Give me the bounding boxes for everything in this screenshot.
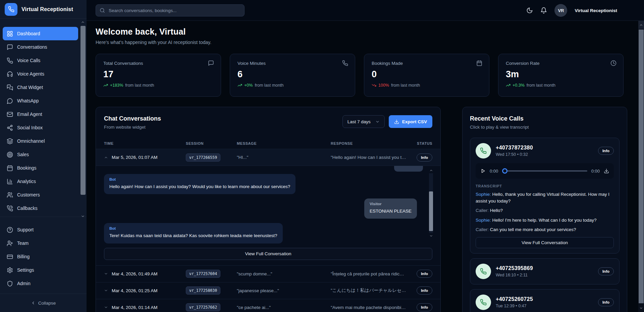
sidebar-item-social-inbox[interactable]: Social Inbox — [3, 121, 78, 134]
stat-value: 17 — [103, 69, 213, 80]
clock-icon — [610, 60, 616, 66]
info-button[interactable]: Info — [598, 267, 614, 275]
info-button[interactable]: Info — [417, 270, 432, 278]
call-meta: Tue 12:39 • 0:47 — [496, 304, 593, 308]
sidebar-item-label: Voice Agents — [17, 71, 44, 77]
info-button[interactable]: Info — [417, 303, 432, 311]
call-meta: Wed 17:50 • 0:32 — [496, 152, 593, 157]
headphones-icon — [7, 71, 13, 77]
slider-track — [502, 170, 587, 172]
speaker-label: Sophie: — [476, 218, 491, 223]
chevron-down-icon[interactable] — [429, 234, 433, 238]
table-row[interactable]: Mar 4, 2026, 01:14 AM vr_177257662 "ce p… — [96, 299, 440, 312]
export-csv-button[interactable]: Export CSV — [389, 115, 432, 128]
chevron-down-icon[interactable] — [104, 305, 108, 309]
info-button[interactable]: Info — [417, 153, 432, 162]
stat-trend: 100% from last month — [372, 83, 482, 88]
date-range-select[interactable]: Last 7 days — [342, 115, 385, 128]
bot-message-bubble: Bot Hello again! How can I assist you to… — [104, 174, 296, 194]
view-full-conversation-button[interactable]: View Full Conversation — [104, 248, 432, 260]
avatar[interactable]: VR — [554, 4, 567, 17]
sidebar-item-label: Team — [17, 240, 29, 246]
sidebar-collapse-button[interactable]: Collapse — [0, 294, 87, 312]
stat-trend: +183% from last month — [103, 83, 213, 88]
search-input[interactable] — [96, 4, 245, 16]
page-scrollbar-thumb[interactable] — [639, 30, 644, 303]
stat-label: Bookings Made — [372, 61, 482, 66]
message-square-icon — [7, 44, 13, 50]
stat-label: Total Conversations — [103, 61, 213, 66]
sidebar-item-sales[interactable]: Sales — [3, 148, 78, 161]
voice-call-card[interactable]: +40725260725 Tue 12:39 • 0:47 Info — [470, 289, 620, 312]
sidebar-item-chat-widget[interactable]: Chat Widget — [3, 81, 78, 94]
seek-slider[interactable] — [502, 168, 587, 174]
sidebar-item-settings[interactable]: Settings — [3, 263, 78, 277]
table-row[interactable]: Mar 4, 2026, 01:49 AM vr_177257604 "scum… — [96, 266, 440, 282]
sidebar-item-callbacks[interactable]: Callbacks — [3, 202, 78, 215]
chevron-up-icon[interactable] — [81, 20, 85, 24]
row-time: Mar 5, 2026, 01:07 AM — [112, 155, 158, 160]
voice-panel-title: Recent Voice Calls — [470, 115, 620, 122]
sidebar-item-label: Callbacks — [17, 206, 38, 211]
chevron-up-icon[interactable] — [104, 155, 108, 160]
conversation-scrollbar[interactable] — [429, 169, 433, 238]
info-button[interactable]: Info — [598, 298, 614, 306]
sidebar-item-support[interactable]: Support — [3, 223, 78, 236]
scrollbar-track[interactable] — [429, 173, 433, 233]
page-scrollbar[interactable] — [638, 21, 644, 312]
download-audio-button[interactable] — [604, 168, 609, 174]
call-avatar — [476, 143, 491, 159]
sidebar-item-whatsapp[interactable]: WhatsApp — [3, 94, 78, 107]
sidebar-item-omnichannel[interactable]: Omnichannel — [3, 134, 78, 148]
messages-square-icon — [7, 84, 13, 91]
stat-card-conversion-rate: Conversion Rate 3m +0.3% from last month — [498, 54, 624, 97]
column-header-response: RESPONSE — [331, 141, 411, 145]
sidebar-item-analytics[interactable]: Analytics — [3, 175, 78, 188]
call-number: +40725395869 — [496, 265, 593, 271]
play-button[interactable] — [480, 168, 486, 174]
sidebar-item-label: Email Agent — [17, 112, 42, 117]
credit-card-icon — [7, 254, 13, 260]
chevron-down-icon[interactable] — [104, 288, 108, 293]
sidebar-item-label: Customers — [17, 192, 40, 197]
scroll-down-button[interactable] — [638, 304, 644, 312]
page-title: Welcome back, Virtual — [96, 27, 211, 37]
sidebar-item-admin[interactable]: Admin — [3, 277, 78, 290]
scrollbar-thumb[interactable] — [429, 191, 433, 231]
speaker-label: Caller: — [476, 227, 489, 232]
sidebar-item-conversations[interactable]: Conversations — [3, 40, 78, 54]
transcript-line: Sophie: Hello, thank you for calling Vir… — [476, 191, 614, 204]
row-message: "japanesse please..." — [237, 288, 331, 293]
sidebar-item-team[interactable]: Team — [3, 236, 78, 250]
sidebar-item-voice-calls[interactable]: Voice Calls — [3, 54, 78, 67]
sidebar-item-billing[interactable]: Billing — [3, 250, 78, 263]
sidebar-item-voice-agents[interactable]: Voice Agents — [3, 67, 78, 81]
sidebar-item-customers[interactable]: Customers — [3, 188, 78, 202]
slider-thumb[interactable] — [502, 168, 507, 174]
notifications-button[interactable] — [540, 7, 547, 14]
phone-icon — [480, 268, 487, 275]
sidebar-scrollbar[interactable] — [80, 20, 86, 219]
view-full-conversation-button[interactable]: View Full Conversation — [476, 237, 614, 248]
grid-icon — [7, 31, 13, 37]
shield-icon — [7, 280, 13, 287]
voice-call-card[interactable]: +40737872380 Wed 17:50 • 0:32 Info 0:00 … — [470, 138, 620, 254]
info-button[interactable]: Info — [598, 147, 614, 155]
voice-call-card[interactable]: +40725395869 Wed 16:10 • 2:11 Info — [470, 258, 620, 284]
theme-toggle-button[interactable] — [526, 7, 533, 14]
chevron-down-icon[interactable] — [104, 272, 108, 276]
chevron-down-icon[interactable] — [81, 214, 85, 218]
sidebar-scrollbar-thumb[interactable] — [80, 26, 86, 195]
sidebar-item-bookings[interactable]: Bookings — [3, 161, 78, 175]
chevron-up-icon[interactable] — [429, 169, 433, 172]
chevron-up-icon — [639, 23, 643, 27]
call-avatar — [476, 295, 491, 310]
sidebar-item-dashboard[interactable]: Dashboard — [3, 27, 78, 40]
scroll-up-button[interactable] — [638, 21, 644, 29]
sidebar-item-label: Billing — [17, 254, 30, 259]
row-time: Mar 4, 2026, 01:25 AM — [112, 288, 158, 293]
info-button[interactable]: Info — [417, 286, 432, 295]
sidebar-item-email-agent[interactable]: Email Agent — [3, 107, 78, 121]
table-row[interactable]: Mar 4, 2026, 01:25 AM vr_177258030 "japa… — [96, 282, 440, 299]
table-row[interactable]: Mar 5, 2026, 01:07 AM vr_177266559 "HI..… — [96, 149, 440, 166]
